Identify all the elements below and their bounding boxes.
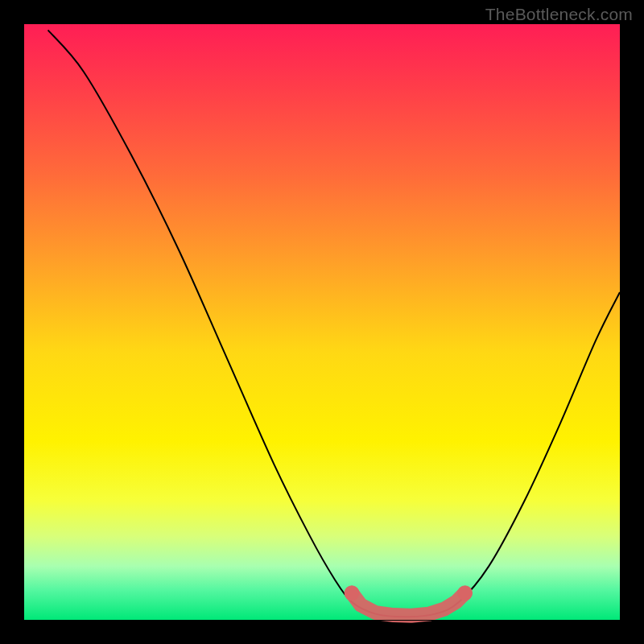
marker-start [345,585,360,601]
marker-end [457,585,473,601]
chart-svg [0,0,644,644]
chart-frame: TheBottleneck.com [0,0,644,644]
watermark-text: TheBottleneck.com [485,5,633,24]
plot-background [24,24,620,620]
